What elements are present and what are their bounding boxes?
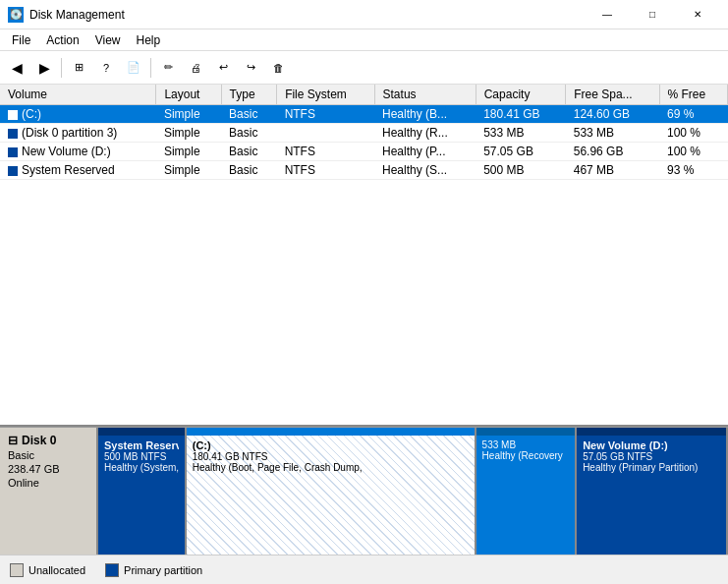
partition-desc: Healthy (Primary Partition) <box>583 462 720 473</box>
legend-unallocated-box <box>10 563 24 577</box>
print-button[interactable]: 🖨 <box>183 55 208 81</box>
legend-bar: Unallocated Primary partition <box>0 555 728 584</box>
cell-pct: 69 % <box>659 105 728 124</box>
minimize-button[interactable]: — <box>585 0 630 29</box>
cell-fs: NTFS <box>277 143 374 161</box>
cell-pct: 100 % <box>659 124 728 143</box>
partition-size: 57.05 GB NTFS <box>583 451 720 462</box>
cell-capacity: 533 MB <box>476 124 566 143</box>
menu-help[interactable]: Help <box>129 31 169 49</box>
vol-icon <box>8 166 18 176</box>
legend-primary-label: Primary partition <box>124 564 202 576</box>
table-row[interactable]: (Disk 0 partition 3)SimpleBasicHealthy (… <box>0 124 728 143</box>
properties-button[interactable]: 📄 <box>121 55 146 81</box>
col-filesystem[interactable]: File System <box>277 85 374 105</box>
partition-size: 180.41 GB NTFS <box>193 451 469 462</box>
disk-size: 238.47 GB <box>8 463 88 475</box>
cell-capacity: 180.41 GB <box>476 105 566 124</box>
disk-partitions: System Reserved500 MB NTFSHealthy (Syste… <box>98 428 728 555</box>
cell-layout: Simple <box>156 143 221 161</box>
legend-unallocated-label: Unallocated <box>28 564 85 576</box>
view-button[interactable]: ⊞ <box>66 55 91 81</box>
menu-action[interactable]: Action <box>38 31 86 49</box>
app-icon: 💽 <box>8 7 24 23</box>
menu-file[interactable]: File <box>4 31 38 49</box>
cell-free: 467 MB <box>566 161 659 180</box>
col-pctfree[interactable]: % Free <box>659 85 728 105</box>
col-type[interactable]: Type <box>221 85 277 105</box>
delete-button[interactable]: 🗑 <box>265 55 291 81</box>
cell-free: 533 MB <box>566 124 659 143</box>
menu-view[interactable]: View <box>87 31 129 49</box>
col-volume[interactable]: Volume <box>0 85 156 105</box>
partition-3[interactable]: New Volume (D:)57.05 GB NTFSHealthy (Pri… <box>577 428 728 555</box>
cell-type: Basic <box>221 105 277 124</box>
tb-separator-2 <box>150 58 151 78</box>
maximize-button[interactable]: □ <box>630 0 675 29</box>
partition-2[interactable]: 533 MBHealthy (Recovery <box>476 428 578 555</box>
disk-label: ⊟ Disk 0 Basic 238.47 GB Online <box>0 428 98 555</box>
partition-title: (C:) <box>193 439 469 451</box>
disk-map-area: ⊟ Disk 0 Basic 238.47 GB Online System R… <box>0 427 728 555</box>
disk-icon: ⊟ <box>8 434 18 447</box>
legend-unallocated: Unallocated <box>10 563 85 577</box>
disk-map-row: ⊟ Disk 0 Basic 238.47 GB Online System R… <box>0 427 728 555</box>
partition-title: New Volume (D:) <box>583 439 720 451</box>
col-layout[interactable]: Layout <box>156 85 221 105</box>
cell-free: 56.96 GB <box>566 143 659 161</box>
cell-volume: System Reserved <box>0 161 156 180</box>
window-controls: — □ ✕ <box>585 0 720 29</box>
partition-desc: Healthy (Boot, Page File, Crash Dump, <box>193 462 469 473</box>
vol-icon <box>8 147 18 157</box>
main-content: Volume Layout Type File System Status Ca… <box>0 85 728 584</box>
cell-layout: Simple <box>156 161 221 180</box>
app-title: Disk Management <box>29 8 585 22</box>
undo-button[interactable]: ↩ <box>210 55 236 81</box>
back-button[interactable]: ◀ <box>4 55 29 81</box>
toolbar: ◀ ▶ ⊞ ? 📄 ✏ 🖨 ↩ ↪ 🗑 <box>0 51 728 85</box>
forward-button[interactable]: ▶ <box>31 55 57 81</box>
cell-volume: (Disk 0 partition 3) <box>0 124 156 143</box>
menu-bar: File Action View Help <box>0 29 728 51</box>
partition-header-bar <box>187 428 476 436</box>
partition-title: System Reserved <box>104 439 179 451</box>
legend-primary-box <box>105 563 119 577</box>
table-row[interactable]: (C:)SimpleBasicNTFSHealthy (B...180.41 G… <box>0 105 728 124</box>
cell-status: Healthy (S... <box>374 161 476 180</box>
cell-fs: NTFS <box>277 105 374 124</box>
cell-fs: NTFS <box>277 161 374 180</box>
col-freespace[interactable]: Free Spa... <box>566 85 659 105</box>
close-button[interactable]: ✕ <box>675 0 720 29</box>
partition-desc: Healthy (System, A <box>104 462 179 473</box>
volume-table: Volume Layout Type File System Status Ca… <box>0 85 728 180</box>
partition-header-bar <box>98 428 187 436</box>
cell-status: Healthy (B... <box>374 105 476 124</box>
format-button[interactable]: ✏ <box>155 55 181 81</box>
partition-size: 533 MB <box>482 439 570 450</box>
cell-type: Basic <box>221 161 277 180</box>
partition-desc: Healthy (Recovery <box>482 450 570 461</box>
cell-type: Basic <box>221 143 277 161</box>
col-capacity[interactable]: Capacity <box>476 85 566 105</box>
table-row[interactable]: New Volume (D:)SimpleBasicNTFSHealthy (P… <box>0 143 728 161</box>
redo-button[interactable]: ↪ <box>238 55 263 81</box>
cell-layout: Simple <box>156 124 221 143</box>
table-row[interactable]: System ReservedSimpleBasicNTFSHealthy (S… <box>0 161 728 180</box>
cell-volume: (C:) <box>0 105 156 124</box>
cell-status: Healthy (P... <box>374 143 476 161</box>
col-status[interactable]: Status <box>374 85 476 105</box>
partition-0[interactable]: System Reserved500 MB NTFSHealthy (Syste… <box>98 428 187 555</box>
disk-name: Disk 0 <box>22 434 56 447</box>
cell-free: 124.60 GB <box>566 105 659 124</box>
help-button[interactable]: ? <box>93 55 119 81</box>
partition-size: 500 MB NTFS <box>104 451 179 462</box>
title-bar: 💽 Disk Management — □ ✕ <box>0 0 728 29</box>
cell-capacity: 500 MB <box>476 161 566 180</box>
cell-fs <box>277 124 374 143</box>
cell-status: Healthy (R... <box>374 124 476 143</box>
partition-header-bar <box>476 428 578 436</box>
cell-capacity: 57.05 GB <box>476 143 566 161</box>
partition-header-bar <box>577 428 728 436</box>
disk-status: Online <box>8 477 88 489</box>
partition-1[interactable]: (C:)180.41 GB NTFSHealthy (Boot, Page Fi… <box>187 428 476 555</box>
